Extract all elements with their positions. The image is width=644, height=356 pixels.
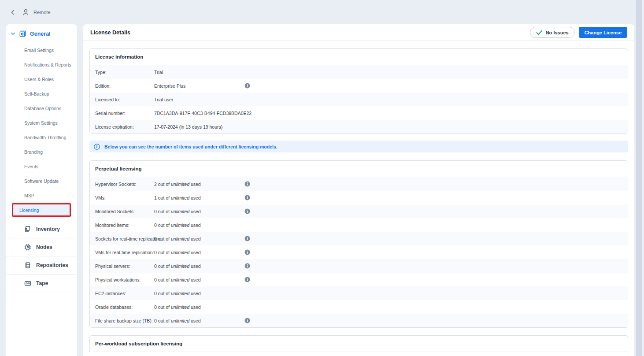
- sidebar-sub-item[interactable]: System Settings: [6, 115, 77, 130]
- sidebar-item-general[interactable]: General: [6, 24, 77, 42]
- perpetual-row: Monitored Sockets: 0 out of unlimited us…: [90, 204, 628, 218]
- perpetual-row: Physical workstations: 0 out of unlimite…: [90, 273, 628, 286]
- row-label: Licensed to:: [95, 97, 154, 102]
- license-info-row: License expiration: 17-07-2024 (in 13 da…: [90, 120, 628, 134]
- perpetual-row: EC2 instances: 0 out of unlimited used: [90, 286, 628, 300]
- sidebar-sub-item[interactable]: Notifications & Reports: [6, 57, 77, 72]
- subscription-licensing-title: Per-workload subscription licensing: [90, 336, 628, 352]
- row-value: Trial user: [154, 97, 244, 102]
- sidebar-item-inventory[interactable]: Inventory: [6, 220, 77, 238]
- general-sub-items: Email Settings Notifications & Reports U…: [6, 42, 77, 220]
- back-button[interactable]: [10, 9, 16, 15]
- sidebar-item-repositories-label: Repositories: [36, 262, 68, 268]
- page-title: License Details: [90, 30, 130, 36]
- page-header: License Details No Issues Change License: [83, 24, 634, 41]
- row-value: Enterprise Plus: [154, 83, 244, 89]
- row-label: Physical workstations:: [95, 277, 154, 282]
- sidebar-sub-item[interactable]: Email Settings: [6, 43, 77, 57]
- sidebar-sub-item[interactable]: Database Options: [6, 101, 77, 115]
- perpetual-row: Monitored items: 0 out of unlimited used: [90, 218, 628, 232]
- license-information-title: License information: [90, 49, 628, 65]
- info-icon[interactable]: [244, 249, 250, 255]
- license-info-row: Type: Trial: [90, 65, 628, 79]
- info-icon[interactable]: [244, 263, 250, 269]
- sidebar-sub-item[interactable]: Licensing: [12, 203, 71, 217]
- info-icon[interactable]: [244, 195, 250, 200]
- sidebar-sub-item[interactable]: Branding: [6, 145, 77, 159]
- row-value: 2 out of unlimited used: [154, 182, 244, 187]
- row-value: 0 out of unlimited used: [154, 304, 244, 310]
- main-panel: License Details No Issues Change License…: [83, 24, 634, 356]
- row-value: 0 out of unlimited used: [154, 209, 244, 214]
- row-label: Sockets for real-time replication:: [95, 236, 154, 241]
- sidebar-item-nodes-label: Nodes: [36, 244, 52, 250]
- nodes-icon: [24, 243, 32, 251]
- row-value: 0 out of unlimited used: [154, 222, 244, 228]
- sidebar-item-inventory-label: Inventory: [36, 226, 60, 232]
- license-info-row: Serial number: 7DC1A3DA-917F-40C3-B494-F…: [90, 106, 628, 120]
- perpetual-row: File share backup size (TB): 0 out of un…: [90, 314, 628, 327]
- row-label: Oracle databases:: [95, 304, 154, 310]
- row-value: 7DC1A3DA-917F-40C3-B494-FCD39BDA0E22: [154, 111, 244, 116]
- sidebar-sub-item[interactable]: Software Update: [6, 174, 77, 188]
- info-outline-icon: [94, 144, 100, 150]
- sidebar-sub-item[interactable]: Events: [6, 159, 77, 174]
- row-label: Monitored Sockets:: [95, 209, 154, 214]
- vertical-scrollbar[interactable]: [636, 0, 642, 356]
- sidebar-sub-item[interactable]: Self-Backup: [6, 86, 77, 101]
- chevron-left-icon: [10, 9, 16, 15]
- row-label: License expiration:: [95, 124, 154, 130]
- change-license-button[interactable]: Change License: [579, 27, 627, 38]
- row-label: VMs for real-time replication:: [95, 250, 154, 255]
- license-information-card: License information Type: Trial: [89, 48, 628, 134]
- row-label: File share backup size (TB):: [95, 318, 154, 323]
- info-icon[interactable]: [244, 318, 250, 323]
- perpetual-licensing-rows: Hypervisor Sockets: 2 out of unlimited u…: [90, 177, 628, 327]
- row-label: Type:: [95, 70, 154, 75]
- perpetual-row: Oracle databases: 0 out of unlimited use…: [90, 300, 628, 314]
- license-content: License information Type: Trial: [83, 41, 634, 352]
- subscription-licensing-card: Per-workload subscription licensing: [89, 335, 628, 352]
- info-icon[interactable]: [244, 277, 250, 282]
- row-value: 0 out of unlimited used: [154, 263, 244, 269]
- sidebar-sub-item[interactable]: Users & Roles: [6, 72, 77, 86]
- sidebar-item-tape[interactable]: Tape: [6, 274, 77, 292]
- chevron-down-icon: [11, 31, 15, 36]
- info-icon[interactable]: [244, 83, 250, 89]
- perpetual-row: Sockets for real-time replication: 0 out…: [90, 232, 628, 245]
- check-icon: [536, 30, 543, 35]
- row-label: Hypervisor Sockets:: [95, 182, 154, 187]
- info-icon[interactable]: [244, 236, 250, 241]
- perpetual-licensing-title: Perpetual licensing: [90, 161, 628, 177]
- row-value: 0 out of unlimited used: [154, 250, 244, 255]
- sidebar-sub-item[interactable]: MSP: [6, 188, 77, 203]
- tenant-label: Remote: [33, 10, 51, 15]
- row-value: 0 out of unlimited used: [154, 318, 244, 323]
- user-icon: [22, 8, 30, 16]
- perpetual-row: Physical servers: 0 out of unlimited use…: [90, 259, 628, 273]
- info-banner: Below you can see the number of items us…: [89, 141, 628, 152]
- tenant-switcher[interactable]: Remote: [22, 8, 51, 16]
- perpetual-licensing-card: Perpetual licensing Hypervisor Sockets: …: [89, 160, 628, 328]
- repositories-icon: [24, 261, 32, 269]
- topbar: Remote: [0, 0, 644, 24]
- info-icon[interactable]: [244, 208, 250, 214]
- sidebar-item-repositories[interactable]: Repositories: [6, 256, 77, 274]
- row-value: 17-07-2024 (in 13 days 19 hours): [154, 124, 244, 130]
- sidebar-sub-item[interactable]: Bandwidth Throttling: [6, 130, 77, 145]
- row-label: EC2 instances:: [95, 291, 154, 296]
- perpetual-row: Hypervisor Sockets: 2 out of unlimited u…: [90, 177, 628, 191]
- info-banner-text: Below you can see the number of items us…: [104, 144, 278, 149]
- inventory-icon: [24, 225, 32, 233]
- license-info-row: Licensed to: Trial user: [90, 93, 628, 106]
- license-information-rows: Type: Trial Edition: Enterprise Plus: [90, 65, 628, 134]
- row-value: 0 out of unlimited used: [154, 277, 244, 282]
- sidebar-item-tape-label: Tape: [36, 280, 48, 286]
- row-label: Monitored items:: [95, 222, 154, 228]
- perpetual-row: VMs: 1 out of unlimited used: [90, 191, 628, 204]
- row-label: VMs:: [95, 195, 154, 200]
- no-issues-button[interactable]: No Issues: [530, 27, 575, 38]
- sidebar-item-nodes[interactable]: Nodes: [6, 238, 77, 256]
- sidebar-item-general-label: General: [30, 31, 51, 37]
- info-icon[interactable]: [244, 181, 250, 187]
